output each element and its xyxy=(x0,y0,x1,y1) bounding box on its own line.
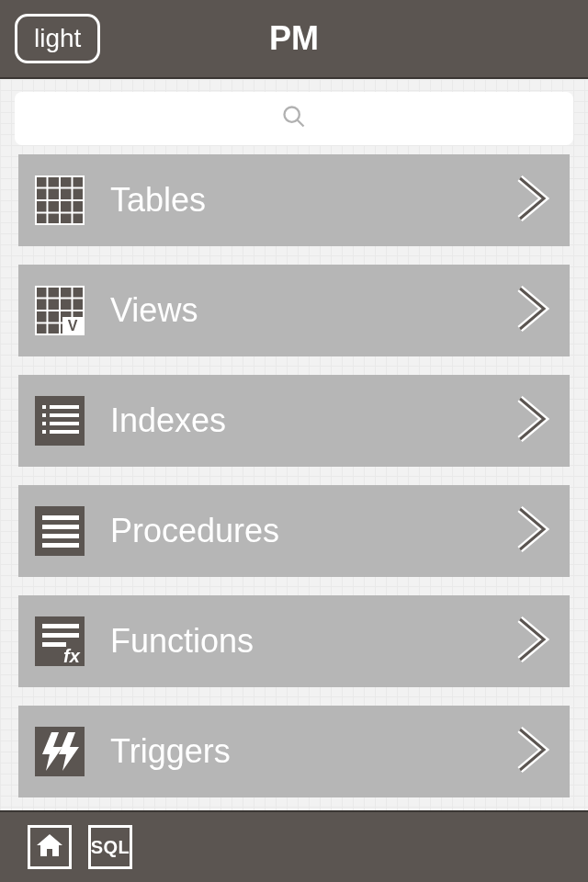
chevron-right-icon xyxy=(513,173,553,228)
svg-line-1 xyxy=(298,120,304,127)
lines-icon xyxy=(35,506,85,556)
menu-list: Tables V Views xyxy=(0,154,588,797)
svg-text:fx: fx xyxy=(63,646,81,666)
svg-rect-22 xyxy=(50,405,79,409)
svg-rect-29 xyxy=(35,506,85,556)
svg-point-0 xyxy=(285,107,300,122)
svg-rect-23 xyxy=(42,413,46,417)
svg-rect-26 xyxy=(50,422,79,425)
chevron-right-icon xyxy=(513,503,553,559)
chevron-right-icon xyxy=(513,283,553,338)
svg-rect-39 xyxy=(35,727,85,776)
svg-rect-31 xyxy=(42,525,79,529)
grid-icon xyxy=(35,175,85,225)
svg-rect-28 xyxy=(50,430,79,434)
svg-rect-30 xyxy=(42,515,79,520)
home-button[interactable] xyxy=(28,825,72,869)
content-area: Tables V Views xyxy=(0,79,588,810)
svg-rect-25 xyxy=(42,422,46,425)
svg-rect-20 xyxy=(35,396,85,446)
menu-item-label: Functions xyxy=(110,622,513,661)
svg-rect-21 xyxy=(42,405,46,409)
svg-rect-24 xyxy=(50,413,79,417)
svg-marker-42 xyxy=(37,834,62,856)
menu-item-label: Procedures xyxy=(110,512,513,550)
menu-item-label: Tables xyxy=(110,181,513,220)
menu-item-views[interactable]: V Views xyxy=(18,265,570,356)
svg-rect-35 xyxy=(42,624,79,628)
footer-bar: SQL xyxy=(0,810,588,882)
menu-item-functions[interactable]: fx Functions xyxy=(18,595,570,687)
list-bullets-icon xyxy=(35,396,85,446)
svg-rect-27 xyxy=(42,430,46,434)
theme-toggle-button[interactable]: light xyxy=(15,14,100,63)
svg-rect-36 xyxy=(42,633,79,638)
menu-item-procedures[interactable]: Procedures xyxy=(18,485,570,577)
grid-v-icon: V xyxy=(35,286,85,335)
fx-icon: fx xyxy=(35,616,85,666)
svg-rect-33 xyxy=(42,543,79,548)
header-bar: light PM xyxy=(0,0,588,79)
search-icon xyxy=(281,104,307,133)
menu-item-tables[interactable]: Tables xyxy=(18,154,570,246)
menu-item-indexes[interactable]: Indexes xyxy=(18,375,570,467)
svg-text:V: V xyxy=(68,318,78,334)
lightning-icon xyxy=(35,727,85,776)
menu-item-triggers[interactable]: Triggers xyxy=(18,706,570,797)
sql-button[interactable]: SQL xyxy=(88,825,132,869)
chevron-right-icon xyxy=(513,393,553,448)
menu-item-label: Triggers xyxy=(110,732,513,771)
search-wrap xyxy=(0,79,588,154)
svg-rect-37 xyxy=(42,642,66,647)
search-input[interactable] xyxy=(15,92,573,145)
menu-item-label: Indexes xyxy=(110,401,513,440)
menu-item-label: Views xyxy=(110,291,513,330)
chevron-right-icon xyxy=(513,614,553,669)
home-icon xyxy=(35,831,64,864)
chevron-right-icon xyxy=(513,724,553,779)
svg-rect-32 xyxy=(42,534,79,538)
sql-label: SQL xyxy=(91,837,130,858)
